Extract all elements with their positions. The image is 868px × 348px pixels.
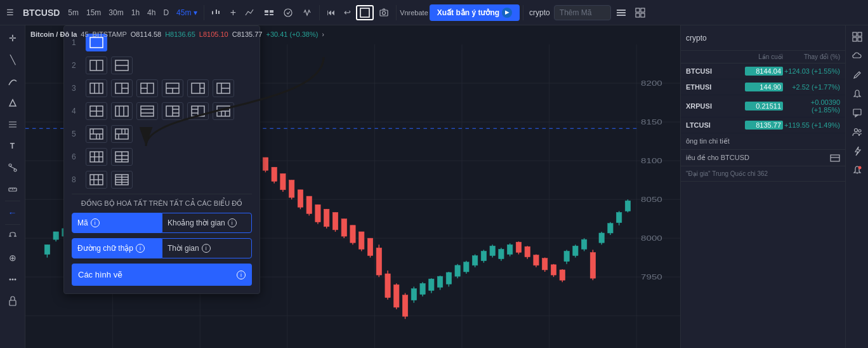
svg-rect-52	[44, 244, 49, 254]
svg-rect-120	[341, 219, 346, 236]
layout-4h-btn[interactable]	[136, 102, 158, 120]
layout-5-t-btn[interactable]	[86, 125, 107, 143]
layout-3-1r-btn[interactable]	[136, 79, 158, 97]
tf-15m[interactable]: 15m	[83, 6, 104, 19]
svg-rect-118	[332, 212, 338, 229]
svg-rect-148	[464, 262, 469, 272]
sync-tab-crosshair-info[interactable]: i	[136, 244, 145, 253]
tf-1h[interactable]: 1h	[128, 6, 143, 19]
sync-tab-ma-info[interactable]: i	[91, 218, 100, 227]
add-symbol-input[interactable]	[554, 5, 611, 20]
templates-btn[interactable]	[279, 5, 297, 20]
sync-tab-crosshair[interactable]: Đường chữ thập i	[72, 238, 162, 258]
sync-tab-ma[interactable]: Mã i	[72, 213, 162, 233]
indicators-btn[interactable]	[241, 5, 259, 20]
sidebar-draw-line[interactable]: ╲	[3, 50, 23, 70]
add-indicator-btn[interactable]: +	[227, 4, 240, 21]
watchlist-item-ltc[interactable]: LTCUSI 8135.77 +119.55 (+1.49%)	[681, 117, 845, 133]
rs-people-icon[interactable]	[848, 123, 866, 141]
svg-rect-17	[641, 8, 645, 12]
layout-row-8: 8	[72, 171, 252, 189]
sidebar-crosshair[interactable]: ✛	[3, 28, 23, 48]
rs-bell-icon[interactable]	[848, 85, 866, 103]
layout-2v-btn[interactable]	[86, 57, 107, 74]
sidebar-patterns[interactable]	[3, 157, 23, 178]
layout-8-2x4-btn[interactable]	[111, 171, 133, 189]
rs-grid-icon[interactable]	[848, 28, 866, 46]
layout-2h-btn[interactable]	[111, 57, 133, 74]
watchlist-item-xrp[interactable]: XRPUSI 0.21511 +0.00390 (+1.85%)	[681, 95, 845, 117]
sidebar-more[interactable]	[3, 269, 23, 290]
layout-3eq-btn[interactable]	[86, 79, 107, 97]
svg-rect-8	[270, 14, 273, 15]
symbol-label: BTCUSD	[19, 8, 63, 18]
sidebar-measure[interactable]	[3, 179, 23, 199]
svg-rect-126	[367, 238, 372, 255]
watchlist-item-btc[interactable]: BTCUSI 8144.04 +124.03 (+1.55%)	[681, 64, 845, 79]
publish-btn[interactable]: Xuất bản ý tưởng ▶	[430, 4, 520, 21]
svg-point-12	[383, 11, 386, 15]
svg-rect-19	[641, 13, 645, 17]
svg-rect-7	[265, 14, 268, 15]
sidebar-zoom[interactable]: ⊕	[3, 248, 23, 268]
undo-btn[interactable]: ↩	[340, 5, 355, 20]
layout-6eq-btn[interactable]	[86, 148, 107, 166]
sidebar-shapes[interactable]	[3, 93, 23, 113]
rs-notify-icon[interactable]	[848, 161, 866, 179]
screenshot-btn[interactable]	[375, 5, 393, 20]
hamburger-menu[interactable]: ☰	[3, 5, 18, 20]
tf-5m[interactable]: 5m	[65, 6, 82, 19]
sidebar-lock[interactable]	[3, 291, 23, 311]
watchlist-menu-btn[interactable]	[612, 5, 630, 20]
layout-4v-btn[interactable]	[111, 102, 133, 120]
sync-tab-interval-info[interactable]: i	[228, 218, 237, 227]
layout-3-2l-btn[interactable]	[213, 79, 234, 97]
sidebar-curve[interactable]	[3, 71, 23, 91]
rs-pen-icon[interactable]	[848, 66, 866, 84]
more-tools-btn[interactable]	[260, 5, 278, 20]
rs-chat-icon[interactable]	[848, 104, 866, 122]
draw-shapes-info[interactable]: i	[237, 271, 246, 279]
layout-row-4: 4	[72, 102, 252, 120]
sidebar-fib[interactable]	[3, 114, 23, 135]
sidebar-text[interactable]: T	[3, 136, 23, 156]
layout-divider	[72, 194, 252, 194]
fullscreen-btn[interactable]	[631, 5, 649, 20]
layout-3v-btn[interactable]	[111, 79, 133, 97]
layout-4-1b-btn[interactable]	[213, 102, 234, 120]
layout-4-3l-btn[interactable]	[162, 102, 183, 120]
layout-8eq-btn[interactable]	[86, 171, 107, 189]
layout-3-1l-btn[interactable]	[162, 79, 183, 97]
layout-btn[interactable]	[356, 5, 374, 20]
sidebar-back[interactable]: ←	[3, 203, 23, 223]
layout-panel: 1 2 3	[63, 25, 260, 294]
layout-4eq-btn[interactable]	[86, 102, 107, 120]
tf-4h[interactable]: 4h	[144, 6, 159, 19]
sidebar-magnet[interactable]	[3, 226, 23, 246]
svg-rect-150	[473, 256, 478, 265]
tf-45m[interactable]: 45m ▾	[173, 6, 201, 19]
rs-cloud-icon[interactable]	[848, 47, 866, 65]
svg-rect-134	[402, 295, 407, 317]
collapse-btn[interactable]: ›	[322, 31, 324, 38]
svg-point-9	[284, 9, 292, 17]
chart-type-btn[interactable]	[207, 5, 225, 20]
layout-3-2r-btn[interactable]	[187, 79, 209, 97]
sync-tab-time[interactable]: Thời gian i	[162, 238, 252, 258]
replay-btn[interactable]: ⏮	[323, 5, 339, 20]
sync-tab-time-info[interactable]: i	[202, 244, 211, 253]
svg-rect-106	[280, 173, 286, 189]
layout-4-3r-btn[interactable]	[187, 102, 209, 120]
layout-5-h-btn[interactable]	[111, 125, 133, 143]
svg-text:8200: 8200	[641, 79, 662, 88]
tf-d[interactable]: D	[160, 6, 172, 19]
tf-30m[interactable]: 30m	[105, 6, 126, 19]
rp-ticker-text: iêu đề cho BTCUSD	[686, 154, 749, 162]
layout-6-2x3-btn[interactable]	[111, 148, 133, 166]
watchlist-item-eth[interactable]: ETHUSI 144.90 +2.52 (+1.77%)	[681, 79, 845, 95]
svg-rect-128	[376, 248, 381, 275]
rs-lightning-icon[interactable]	[848, 142, 866, 160]
sync-tab-interval[interactable]: Khoảng thời gian i	[162, 213, 252, 233]
alerts-btn[interactable]	[298, 5, 316, 20]
draw-shapes-btn[interactable]: Các hình vẽ i	[72, 264, 252, 286]
